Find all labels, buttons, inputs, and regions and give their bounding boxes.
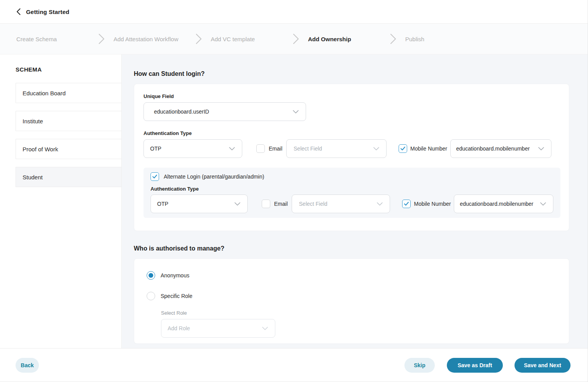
page-header: Getting Started <box>0 0 588 24</box>
select-role-block: Select Role Add Role <box>161 310 560 338</box>
add-role-placeholder: Add Role <box>168 325 190 331</box>
unique-field-label: Unique Field <box>144 93 560 99</box>
main-content: How can Student login? Unique Field educ… <box>122 54 588 348</box>
step-add-attestation-workflow[interactable]: Add Attestation Workflow <box>114 36 211 42</box>
chevron-down-icon <box>225 147 235 151</box>
email-field-placeholder: Select Field <box>294 145 322 152</box>
sidebar-item-label: Proof of Work <box>23 146 58 152</box>
chevron-right-icon <box>98 33 105 44</box>
unique-field-select[interactable]: educationboard.userID <box>144 102 306 121</box>
chevron-down-icon <box>373 202 383 206</box>
chevron-down-icon <box>534 147 544 151</box>
auth-type-row: OTP Email Select Field <box>144 139 560 158</box>
unique-field-value: educationboard.userID <box>154 109 209 115</box>
chevron-right-icon <box>293 33 299 44</box>
step-label: Publish <box>405 36 424 42</box>
select-role-label: Select Role <box>161 310 560 316</box>
back-button[interactable]: Back <box>16 358 39 373</box>
sidebar-item-education-board[interactable]: Education Board <box>16 83 121 103</box>
step-add-vc-template[interactable]: Add VC template <box>211 36 308 42</box>
auth-type-value: OTP <box>150 145 161 152</box>
specific-role-radio-option[interactable]: Specific Role <box>147 292 560 300</box>
sidebar-item-student[interactable]: Student <box>16 167 121 187</box>
specific-role-radio-label: Specific Role <box>161 293 192 299</box>
manage-section-heading: Who is authorised to manage? <box>134 245 588 252</box>
back-navigation-button[interactable] <box>16 8 21 15</box>
chevron-down-icon <box>536 202 546 206</box>
alt-mobile-number-field-value: educationboard.mobilenumber <box>460 201 533 207</box>
mobile-number-field-select[interactable]: educationboard.mobilenumber <box>450 139 551 158</box>
alt-mobile-number-checkbox-label: Mobile Number <box>414 201 451 207</box>
manage-settings-card: Anonymous Specific Role Select Role Add … <box>134 258 569 344</box>
alternate-login-section: Alternate Login (parental/gaurdian/admin… <box>144 168 560 218</box>
chevron-down-icon <box>369 147 379 151</box>
add-role-select[interactable]: Add Role <box>161 319 275 338</box>
email-field-select[interactable]: Select Field <box>286 139 387 158</box>
alt-email-field-placeholder: Select Field <box>299 201 327 207</box>
save-as-draft-button[interactable]: Save as Draft <box>447 358 503 373</box>
footer-action-bar: Back Skip Save as Draft Save and Next <box>0 348 588 382</box>
step-label: Add Attestation Workflow <box>114 36 178 42</box>
alt-mobile-number-field-select[interactable]: educationboard.mobilenumber <box>454 195 553 213</box>
alt-auth-type-label: Authentication Type <box>150 186 553 192</box>
chevron-down-icon <box>289 110 299 114</box>
sidebar-item-list: Education Board Institute Proof of Work … <box>0 83 121 187</box>
radio-dot <box>149 273 153 278</box>
chevron-right-icon <box>390 33 396 44</box>
alternate-login-label: Alternate Login (parental/gaurdian/admin… <box>164 173 264 180</box>
mobile-number-field-value: educationboard.mobilenumber <box>456 145 530 152</box>
sidebar-item-label: Student <box>23 174 43 180</box>
wizard-stepper: Create Schema Add Attestation Workflow A… <box>0 24 588 54</box>
chevron-right-icon <box>196 33 202 44</box>
sidebar-item-institute[interactable]: Institute <box>16 111 121 131</box>
email-checkbox-label: Email <box>269 145 282 152</box>
page-title: Getting Started <box>26 9 69 15</box>
sidebar-item-proof-of-work[interactable]: Proof of Work <box>16 139 121 159</box>
login-settings-card: Unique Field educationboard.userID Authe… <box>134 84 569 231</box>
step-add-ownership[interactable]: Add Ownership <box>308 36 405 42</box>
step-label: Create Schema <box>16 36 57 42</box>
alt-email-field-select[interactable]: Select Field <box>292 195 390 213</box>
anonymous-radio-option[interactable]: Anonymous <box>147 271 560 280</box>
alt-email-checkbox[interactable] <box>262 200 270 208</box>
alternate-login-checkbox[interactable] <box>150 172 159 181</box>
step-label: Add VC template <box>211 36 255 42</box>
auth-type-select[interactable]: OTP <box>144 139 242 158</box>
schema-sidebar: SCHEMA Education Board Institute Proof o… <box>0 54 122 348</box>
alt-auth-type-value: OTP <box>157 201 168 207</box>
save-and-next-button[interactable]: Save and Next <box>514 358 570 373</box>
chevron-left-icon <box>16 8 21 15</box>
app-window: Getting Started Create Schema Add Attest… <box>0 0 588 382</box>
step-label: Add Ownership <box>308 36 351 42</box>
auth-type-label: Authentication Type <box>144 130 560 136</box>
chevron-down-icon <box>231 202 240 206</box>
sidebar-item-label: Education Board <box>23 90 66 96</box>
alt-auth-type-row: OTP Email Select Field <box>150 195 553 213</box>
sidebar-heading: SCHEMA <box>16 66 121 73</box>
alt-mobile-number-checkbox[interactable] <box>402 200 411 208</box>
step-create-schema[interactable]: Create Schema <box>16 36 114 42</box>
specific-role-radio[interactable] <box>147 292 155 300</box>
sidebar-item-label: Institute <box>23 118 43 124</box>
email-checkbox[interactable] <box>256 144 265 153</box>
step-publish[interactable]: Publish <box>405 36 502 42</box>
chevron-down-icon <box>258 327 268 330</box>
mobile-number-checkbox[interactable] <box>399 144 407 153</box>
anonymous-radio-label: Anonymous <box>161 272 189 279</box>
login-section-heading: How can Student login? <box>134 70 588 77</box>
anonymous-radio[interactable] <box>147 271 155 280</box>
mobile-number-checkbox-label: Mobile Number <box>410 145 447 152</box>
skip-button[interactable]: Skip <box>404 358 435 373</box>
alt-email-checkbox-label: Email <box>274 201 288 207</box>
alt-auth-type-select[interactable]: OTP <box>150 195 248 213</box>
